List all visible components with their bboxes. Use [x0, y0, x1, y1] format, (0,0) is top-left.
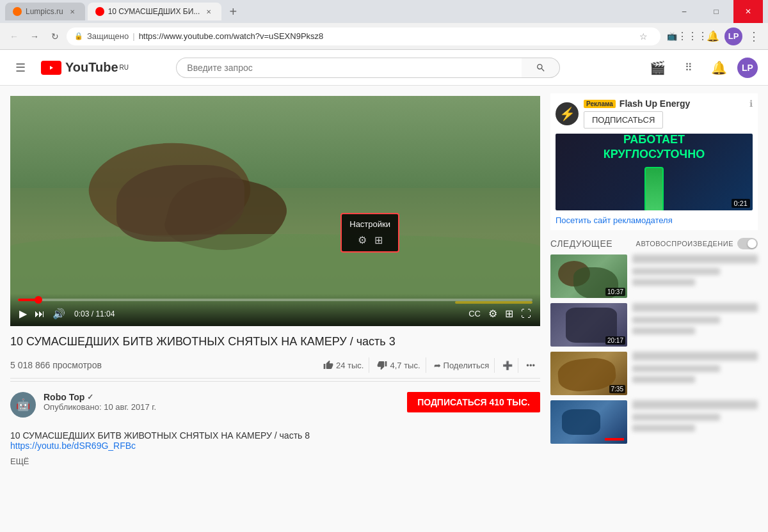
video-scene [10, 96, 540, 326]
page-body: Настройки ⚙ ⊞ [0, 86, 768, 532]
like-button[interactable]: 24 тыс. [318, 357, 369, 373]
channel-info: 🤖 Robo Top ✓ Опубликовано: 10 авг. 2017 … [10, 384, 540, 425]
next-label: Следующее [550, 239, 612, 249]
list-item[interactable]: 20:17 [550, 303, 758, 347]
ad-thumbnail[interactable]: РАБОТАЕТКРУГЛОСУТОЧНО 0:21 [556, 134, 753, 210]
verified-icon: ✓ [87, 393, 93, 402]
search-icon [536, 63, 546, 73]
volume-button[interactable]: 🔊 [51, 306, 67, 321]
apps-button[interactable]: ⋮⋮⋮ [684, 27, 701, 45]
share-button[interactable]: ➦ Поделиться [429, 358, 495, 373]
controls-row: ▶ ⏭ 🔊 0:03 / 11:04 CC ⚙ ⊞ [18, 306, 532, 321]
search-input[interactable] [176, 58, 522, 78]
address-bar-input[interactable]: 🔒 Защищено | https://www.youtube.com/wat… [67, 27, 660, 45]
settings-button[interactable]: ⚙ [487, 306, 499, 321]
miniplayer-icon[interactable]: ⊞ [374, 234, 383, 246]
autoplay-toggle-switch[interactable] [737, 238, 758, 249]
sidebar: ⚡ Реклама Flash Up Energy ℹ ПОДПИСАТЬСЯ [550, 86, 768, 532]
list-item[interactable] [550, 400, 758, 444]
apps-grid-icon[interactable]: ⠿ [676, 55, 701, 81]
progress-fill [18, 299, 38, 301]
show-more-button[interactable]: ЕЩЁ [10, 457, 29, 466]
ad-brand-row: Реклама Flash Up Energy ℹ [584, 98, 753, 109]
upload-icon[interactable]: 🎬 [645, 55, 671, 81]
tab-lumpics-close[interactable]: ✕ [67, 6, 77, 17]
ad-section: ⚡ Реклама Flash Up Energy ℹ ПОДПИСАТЬСЯ [550, 93, 758, 230]
notifications-icon[interactable]: 🔔 [707, 55, 732, 81]
video-section: Настройки ⚙ ⊞ [0, 86, 550, 532]
minimize-button[interactable]: – [669, 0, 699, 23]
next-thumb-4 [550, 400, 627, 444]
add-to-button[interactable]: ➕ [497, 358, 518, 373]
view-count: 5 018 866 просмотров [10, 360, 102, 370]
video-meta: 5 018 866 просмотров 24 тыс. 4,7 тыс. ➦ … [10, 352, 540, 379]
video-player[interactable]: Настройки ⚙ ⊞ [10, 96, 540, 326]
next-video-channel-4 [632, 414, 720, 421]
like-count: 24 тыс. [336, 361, 364, 370]
subtitles-button[interactable]: CC [467, 308, 482, 320]
next-video-title-1 [632, 254, 758, 263]
refresh-button[interactable]: ↻ [46, 27, 64, 45]
time-display: 0:03 / 11:04 [74, 309, 115, 318]
description-link[interactable]: https://youtu.be/dSR69G_RFBc [10, 441, 136, 451]
address-bar-icons: 📺 ⋮⋮⋮ 🔔 LP ⋮ [663, 27, 763, 45]
next-button[interactable]: ⏭ [33, 307, 46, 321]
ad-info-icon[interactable]: ℹ [749, 98, 753, 109]
tab-youtube[interactable]: 10 СУМАСШЕДШИХ БИ... ✕ [88, 3, 222, 20]
hamburger-menu-icon[interactable]: ☰ [10, 56, 31, 80]
video-actions: 24 тыс. 4,7 тыс. ➦ Поделиться ➕ ••• [318, 357, 540, 373]
next-thumb-3: 7:35 [550, 352, 627, 395]
back-button[interactable]: ← [5, 27, 23, 45]
next-video-info-3 [632, 352, 758, 395]
tab-lumpics[interactable]: Lumpics.ru ✕ [5, 3, 85, 20]
new-tab-button[interactable]: + [224, 3, 242, 20]
next-thumb-1: 10:37 [550, 254, 627, 298]
menu-button[interactable]: ⋮ [745, 27, 763, 45]
description-text: 10 СУМАСШЕДШИХ БИТВ ЖИВОТНЫХ СНЯТЫХ НА К… [10, 430, 540, 441]
play-button[interactable]: ▶ [18, 306, 28, 321]
tab-youtube-close[interactable]: ✕ [204, 6, 214, 17]
address-bar: ← → ↻ 🔒 Защищено | https://www.youtube.c… [0, 23, 768, 50]
list-item[interactable]: 7:35 [550, 352, 758, 395]
ad-thumb-text: РАБОТАЕТКРУГЛОСУТОЧНО [604, 134, 705, 162]
next-video-meta-3 [632, 376, 695, 383]
progress-bar[interactable] [18, 299, 532, 301]
buffered-section [455, 301, 532, 304]
bookmark-icon[interactable]: ☆ [639, 31, 653, 42]
ad-visit-link[interactable]: Посетить сайт рекламодателя [556, 215, 753, 225]
subscribe-button[interactable]: ПОДПИСАТЬСЯ 410 ТЫС. [407, 392, 540, 412]
youtube-logo-icon [41, 61, 61, 75]
forward-button[interactable]: → [26, 27, 44, 45]
miniplayer-button[interactable]: ⊞ [504, 306, 515, 321]
maximize-button[interactable]: □ [701, 0, 731, 23]
list-item[interactable]: 10:37 [550, 254, 758, 298]
youtube-play-icon [45, 63, 57, 72]
user-avatar[interactable]: LP [737, 58, 758, 78]
more-actions-button[interactable]: ••• [521, 358, 540, 373]
settings-tooltip-text: Настройки [349, 219, 390, 229]
video-player-container: Настройки ⚙ ⊞ [10, 96, 540, 326]
ad-bottle [644, 167, 664, 210]
autoplay-toggle: АВТОВОСПРОИЗВЕДЕНИЕ [636, 238, 758, 249]
next-video-channel-1 [632, 268, 720, 275]
dislike-button[interactable]: 4,7 тыс. [372, 357, 426, 373]
ad-avatar-icon: ⚡ [559, 106, 575, 121]
notification-button[interactable]: 🔔 [704, 27, 722, 45]
title-bar: Lumpics.ru ✕ 10 СУМАСШЕДШИХ БИ... ✕ + – … [0, 0, 768, 23]
ad-subscribe-button[interactable]: ПОДПИСАТЬСЯ [584, 111, 663, 129]
settings-gear-icon[interactable]: ⚙ [358, 234, 367, 246]
channel-published: Опубликовано: 10 авг. 2017 г. [44, 402, 399, 412]
fullscreen-button[interactable]: ⛶ [520, 307, 532, 321]
ad-duration: 0:21 [732, 199, 750, 208]
next-video-channel-3 [632, 365, 720, 372]
ad-header: ⚡ Реклама Flash Up Energy ℹ ПОДПИСАТЬСЯ [556, 98, 753, 129]
browser-window: Lumpics.ru ✕ 10 СУМАСШЕДШИХ БИ... ✕ + – … [0, 0, 768, 532]
profile-avatar[interactable]: LP [724, 27, 742, 45]
channel-avatar[interactable]: 🤖 [10, 392, 36, 418]
search-button[interactable] [522, 58, 560, 78]
close-button[interactable]: ✕ [733, 0, 763, 23]
thumbs-down-icon [377, 360, 387, 370]
youtube-logo[interactable]: YouTubeRU [41, 60, 129, 75]
ad-info: Реклама Flash Up Energy ℹ ПОДПИСАТЬСЯ [584, 98, 753, 129]
next-video-info-2 [632, 303, 758, 347]
